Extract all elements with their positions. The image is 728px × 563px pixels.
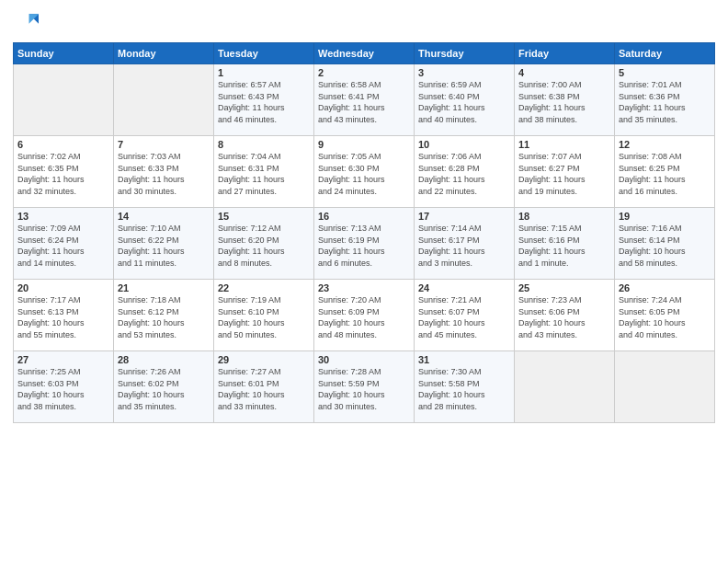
day-detail: Sunrise: 7:15 AM Sunset: 6:16 PM Dayligh…: [518, 223, 610, 269]
day-number: 10: [418, 139, 510, 150]
day-number: 29: [218, 354, 310, 365]
calendar-table: SundayMondayTuesdayWednesdayThursdayFrid…: [13, 42, 715, 423]
calendar-cell: 12Sunrise: 7:08 AM Sunset: 6:25 PM Dayli…: [615, 136, 715, 208]
day-detail: Sunrise: 7:24 AM Sunset: 6:05 PM Dayligh…: [619, 294, 711, 340]
day-number: 5: [619, 67, 711, 78]
day-header-saturday: Saturday: [615, 43, 715, 64]
calendar-week-3: 13Sunrise: 7:09 AM Sunset: 6:24 PM Dayli…: [14, 208, 715, 280]
calendar-cell: [615, 351, 715, 423]
calendar-cell: 29Sunrise: 7:27 AM Sunset: 6:01 PM Dayli…: [214, 351, 314, 423]
day-number: 27: [17, 354, 109, 365]
calendar-cell: 15Sunrise: 7:12 AM Sunset: 6:20 PM Dayli…: [214, 208, 314, 280]
day-detail: Sunrise: 7:26 AM Sunset: 6:02 PM Dayligh…: [118, 366, 210, 412]
calendar-cell: 27Sunrise: 7:25 AM Sunset: 6:03 PM Dayli…: [14, 351, 114, 423]
calendar-cell: 20Sunrise: 7:17 AM Sunset: 6:13 PM Dayli…: [14, 280, 114, 351]
calendar-week-4: 20Sunrise: 7:17 AM Sunset: 6:13 PM Dayli…: [14, 280, 715, 351]
day-detail: Sunrise: 7:13 AM Sunset: 6:19 PM Dayligh…: [318, 223, 410, 269]
day-number: 21: [118, 282, 210, 293]
day-number: 25: [518, 282, 610, 293]
day-number: 11: [518, 139, 610, 150]
day-number: 31: [418, 354, 510, 365]
day-detail: Sunrise: 7:04 AM Sunset: 6:31 PM Dayligh…: [218, 151, 310, 197]
day-number: 13: [17, 211, 109, 222]
day-detail: Sunrise: 7:12 AM Sunset: 6:20 PM Dayligh…: [218, 223, 310, 269]
calendar-cell: 28Sunrise: 7:26 AM Sunset: 6:02 PM Dayli…: [114, 351, 214, 423]
day-number: 3: [418, 67, 510, 78]
day-number: 2: [318, 67, 410, 78]
day-detail: Sunrise: 7:17 AM Sunset: 6:13 PM Dayligh…: [17, 294, 109, 340]
calendar-cell: 17Sunrise: 7:14 AM Sunset: 6:17 PM Dayli…: [415, 208, 515, 280]
svg-rect-0: [13, 9, 39, 35]
day-number: 28: [118, 354, 210, 365]
calendar-cell: 4Sunrise: 7:00 AM Sunset: 6:38 PM Daylig…: [515, 64, 615, 136]
day-number: 6: [17, 139, 109, 150]
day-number: 16: [318, 211, 410, 222]
calendar-cell: 3Sunrise: 6:59 AM Sunset: 6:40 PM Daylig…: [415, 64, 515, 136]
calendar-cell: [515, 351, 615, 423]
logo-icon: [13, 9, 39, 35]
day-detail: Sunrise: 7:21 AM Sunset: 6:07 PM Dayligh…: [418, 294, 510, 340]
day-detail: Sunrise: 7:09 AM Sunset: 6:24 PM Dayligh…: [17, 223, 109, 269]
calendar-cell: 23Sunrise: 7:20 AM Sunset: 6:09 PM Dayli…: [314, 280, 415, 351]
day-detail: Sunrise: 7:25 AM Sunset: 6:03 PM Dayligh…: [17, 366, 109, 412]
day-header-monday: Monday: [114, 43, 214, 64]
day-number: 22: [218, 282, 310, 293]
day-detail: Sunrise: 7:30 AM Sunset: 5:58 PM Dayligh…: [418, 366, 510, 412]
day-number: 23: [318, 282, 410, 293]
day-header-friday: Friday: [515, 43, 615, 64]
calendar-cell: 14Sunrise: 7:10 AM Sunset: 6:22 PM Dayli…: [114, 208, 214, 280]
day-number: 26: [619, 282, 711, 293]
day-detail: Sunrise: 7:08 AM Sunset: 6:25 PM Dayligh…: [619, 151, 711, 197]
calendar-cell: 8Sunrise: 7:04 AM Sunset: 6:31 PM Daylig…: [214, 136, 314, 208]
day-detail: Sunrise: 7:28 AM Sunset: 5:59 PM Dayligh…: [318, 366, 410, 412]
calendar-cell: 13Sunrise: 7:09 AM Sunset: 6:24 PM Dayli…: [14, 208, 114, 280]
calendar-body: 1Sunrise: 6:57 AM Sunset: 6:43 PM Daylig…: [14, 64, 715, 423]
day-number: 8: [218, 139, 310, 150]
calendar-cell: 7Sunrise: 7:03 AM Sunset: 6:33 PM Daylig…: [114, 136, 214, 208]
calendar-cell: 24Sunrise: 7:21 AM Sunset: 6:07 PM Dayli…: [415, 280, 515, 351]
calendar-cell: 21Sunrise: 7:18 AM Sunset: 6:12 PM Dayli…: [114, 280, 214, 351]
day-number: 30: [318, 354, 410, 365]
day-number: 4: [518, 67, 610, 78]
calendar-cell: 22Sunrise: 7:19 AM Sunset: 6:10 PM Dayli…: [214, 280, 314, 351]
calendar-cell: 10Sunrise: 7:06 AM Sunset: 6:28 PM Dayli…: [415, 136, 515, 208]
day-detail: Sunrise: 7:02 AM Sunset: 6:35 PM Dayligh…: [17, 151, 109, 197]
day-detail: Sunrise: 7:03 AM Sunset: 6:33 PM Dayligh…: [118, 151, 210, 197]
calendar-cell: [114, 64, 214, 136]
day-detail: Sunrise: 7:00 AM Sunset: 6:38 PM Dayligh…: [518, 79, 610, 125]
calendar-cell: 2Sunrise: 6:58 AM Sunset: 6:41 PM Daylig…: [314, 64, 415, 136]
day-header-thursday: Thursday: [415, 43, 515, 64]
day-detail: Sunrise: 7:07 AM Sunset: 6:27 PM Dayligh…: [518, 151, 610, 197]
day-number: 17: [418, 211, 510, 222]
day-header-tuesday: Tuesday: [214, 43, 314, 64]
day-number: 12: [619, 139, 711, 150]
calendar-cell: 25Sunrise: 7:23 AM Sunset: 6:06 PM Dayli…: [515, 280, 615, 351]
day-detail: Sunrise: 7:18 AM Sunset: 6:12 PM Dayligh…: [118, 294, 210, 340]
day-number: 18: [518, 211, 610, 222]
calendar-cell: 16Sunrise: 7:13 AM Sunset: 6:19 PM Dayli…: [314, 208, 415, 280]
day-number: 9: [318, 139, 410, 150]
day-number: 24: [418, 282, 510, 293]
day-detail: Sunrise: 7:19 AM Sunset: 6:10 PM Dayligh…: [218, 294, 310, 340]
calendar-cell: 5Sunrise: 7:01 AM Sunset: 6:36 PM Daylig…: [615, 64, 715, 136]
logo: [13, 9, 42, 35]
day-number: 7: [118, 139, 210, 150]
day-detail: Sunrise: 6:57 AM Sunset: 6:43 PM Dayligh…: [218, 79, 310, 125]
calendar-cell: 11Sunrise: 7:07 AM Sunset: 6:27 PM Dayli…: [515, 136, 615, 208]
day-detail: Sunrise: 7:20 AM Sunset: 6:09 PM Dayligh…: [318, 294, 410, 340]
day-detail: Sunrise: 6:58 AM Sunset: 6:41 PM Dayligh…: [318, 79, 410, 125]
day-number: 1: [218, 67, 310, 78]
day-header-wednesday: Wednesday: [314, 43, 415, 64]
calendar-cell: 18Sunrise: 7:15 AM Sunset: 6:16 PM Dayli…: [515, 208, 615, 280]
day-detail: Sunrise: 7:14 AM Sunset: 6:17 PM Dayligh…: [418, 223, 510, 269]
day-number: 20: [17, 282, 109, 293]
calendar-cell: 1Sunrise: 6:57 AM Sunset: 6:43 PM Daylig…: [214, 64, 314, 136]
day-detail: Sunrise: 6:59 AM Sunset: 6:40 PM Dayligh…: [418, 79, 510, 125]
calendar-cell: 19Sunrise: 7:16 AM Sunset: 6:14 PM Dayli…: [615, 208, 715, 280]
page-header: [13, 9, 715, 35]
calendar-cell: 30Sunrise: 7:28 AM Sunset: 5:59 PM Dayli…: [314, 351, 415, 423]
day-detail: Sunrise: 7:05 AM Sunset: 6:30 PM Dayligh…: [318, 151, 410, 197]
day-number: 14: [118, 211, 210, 222]
day-detail: Sunrise: 7:06 AM Sunset: 6:28 PM Dayligh…: [418, 151, 510, 197]
calendar-cell: [14, 64, 114, 136]
